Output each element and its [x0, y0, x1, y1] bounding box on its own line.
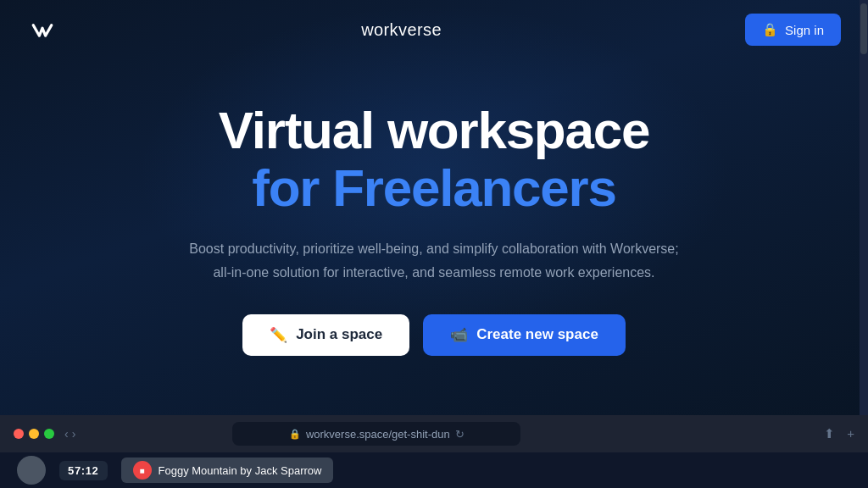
join-space-button[interactable]: ✏️ Join a space: [242, 314, 409, 356]
close-traffic-light[interactable]: [14, 429, 24, 439]
cta-buttons: ✏️ Join a space 📹 Create new space: [242, 314, 626, 356]
hero-title-line2: for Freelancers: [252, 159, 615, 217]
traffic-lights: [14, 429, 54, 439]
create-space-button[interactable]: 📹 Create new space: [423, 314, 626, 356]
minimize-traffic-light[interactable]: [29, 429, 39, 439]
share-icon[interactable]: ⬆: [824, 426, 835, 441]
brand-name: workverse: [361, 20, 442, 40]
pencil-icon: ✏️: [270, 326, 287, 344]
avatar: [17, 456, 46, 485]
video-icon: 📹: [450, 326, 468, 344]
url-text: workverse.space/get-shit-dun: [306, 428, 450, 441]
add-tab-icon[interactable]: +: [847, 426, 854, 441]
workverse-logo-icon: [27, 14, 58, 45]
media-bar: 57:12 ■ Foggy Mountain by Jack Sparrow: [0, 452, 868, 488]
hero-subtitle: Boost productivity, prioritize well-bein…: [188, 237, 680, 283]
main-area: workverse 🔒 Sign in Virtual workspace fo…: [0, 0, 868, 415]
back-arrow-icon[interactable]: ‹: [64, 427, 69, 441]
lock-icon: 🔒: [762, 22, 778, 37]
browser-bar: ‹ › 🔒 workverse.space/get-shit-dun ↻ ⬆ +: [0, 415, 868, 452]
hero-title-line1: Virtual workspace: [219, 102, 649, 159]
url-bar[interactable]: 🔒 workverse.space/get-shit-dun ↻: [232, 422, 520, 446]
forward-arrow-icon[interactable]: ›: [72, 427, 76, 441]
scrollbar[interactable]: [860, 0, 868, 415]
hero-section: Virtual workspace for Freelancers Boost …: [171, 59, 697, 356]
maximize-traffic-light[interactable]: [44, 429, 54, 439]
navbar: workverse 🔒 Sign in: [0, 0, 868, 59]
browser-actions: ⬆ +: [824, 426, 854, 441]
media-stop-button[interactable]: ■: [133, 461, 152, 480]
url-lock-icon: 🔒: [289, 429, 301, 440]
logo: [27, 14, 58, 45]
sign-in-button[interactable]: 🔒 Sign in: [745, 14, 841, 46]
media-track: ■ Foggy Mountain by Jack Sparrow: [121, 458, 334, 483]
track-name: Foggy Mountain by Jack Sparrow: [159, 464, 322, 477]
media-time: 57:12: [59, 461, 108, 480]
nav-arrows: ‹ ›: [64, 427, 75, 441]
refresh-icon[interactable]: ↻: [455, 428, 465, 441]
